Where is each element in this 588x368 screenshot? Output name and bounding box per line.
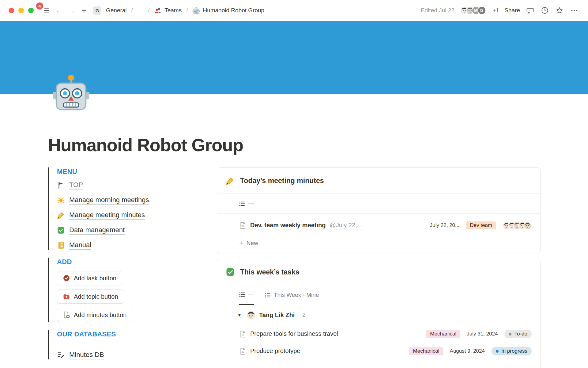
page-icon <box>239 348 246 355</box>
window-controls <box>9 8 34 13</box>
menu-link-meeting-minutes[interactable]: Manage meeting minutes <box>69 211 145 220</box>
list-view-icon <box>239 292 245 297</box>
menu-item-top: TOP <box>57 181 187 190</box>
breadcrumb-separator: / <box>186 7 188 14</box>
notification-badge: 4 <box>36 2 43 10</box>
plus-icon: + <box>239 240 243 247</box>
meeting-row: Dev. team weekly meeting @July 22, ... J… <box>226 216 532 235</box>
breadcrumb-current-page[interactable]: Humanoid Robot Group <box>191 6 266 15</box>
robot-icon <box>192 7 200 14</box>
add-section: ADD Add task button Add topic button <box>48 258 187 322</box>
attendee-avatars <box>503 221 532 230</box>
task-row: Prepare tools for business travel Mechan… <box>226 325 532 343</box>
breadcrumb-teams[interactable]: Teams <box>153 6 183 15</box>
status-dot <box>509 333 511 335</box>
tasks-view-tabs: --- This Week - Mine <box>217 285 540 305</box>
left-column: MENU TOP Manage morning meetings <box>48 167 187 367</box>
task-due-date: July 31, 2024 <box>467 331 498 337</box>
view-tab-label: --- <box>248 291 254 298</box>
close-window-button[interactable] <box>9 8 14 13</box>
menu-heading: MENU <box>57 167 187 176</box>
menu-item-data-management: Data management <box>57 226 187 235</box>
teams-people-icon <box>154 7 162 14</box>
add-heading: ADD <box>57 258 187 266</box>
page-body: Humanoid Robot Group MENU TOP <box>0 135 588 368</box>
menu-link-data-management[interactable]: Data management <box>69 226 125 235</box>
page-robot-icon[interactable] <box>52 74 90 112</box>
status-label: In progress <box>501 348 527 354</box>
forward-button[interactable]: → <box>66 4 78 17</box>
add-topic-button[interactable]: Add topic button <box>57 289 124 304</box>
assignee-group-row: ▼ Tang Lik Zhi 2 <box>217 305 540 325</box>
add-minutes-label: Add minutes button <box>74 312 126 319</box>
view-tab-all[interactable]: --- <box>239 285 254 305</box>
right-column: Today’s meeting minutes --- Dev. team we… <box>217 167 541 368</box>
zoom-window-button[interactable] <box>28 8 34 13</box>
weekly-tasks-card: This week’s tasks --- This Week - Mine ▼ <box>217 259 541 368</box>
list-view-icon <box>265 292 271 298</box>
breadcrumb-ellipsis[interactable]: … <box>136 6 145 15</box>
comments-icon[interactable] <box>526 6 535 15</box>
group-task-count: 2 <box>302 312 306 318</box>
menu-link-morning-meetings[interactable]: Manage morning meetings <box>69 196 149 205</box>
compose-icon <box>57 351 65 359</box>
meeting-minutes-card: Today’s meeting minutes --- Dev. team we… <box>217 167 541 254</box>
mechanical-tag: Mechanical <box>426 330 460 338</box>
meeting-card-title: Today’s meeting minutes <box>240 177 324 185</box>
last-edited-label: Edited Jul 22 <box>421 7 454 14</box>
red-folder-icon <box>63 293 70 300</box>
add-minutes-button[interactable]: Add minutes button <box>57 308 132 322</box>
databases-section: OUR DATABASES Minutes DB <box>48 330 187 359</box>
sun-icon <box>57 196 65 204</box>
status-label: To-do <box>514 331 527 337</box>
flag-icon <box>57 181 65 189</box>
menu-section: MENU TOP Manage morning meetings <box>48 167 187 250</box>
view-tab-this-week-mine[interactable]: This Week - Mine <box>265 285 319 305</box>
minutes-view-tabs: --- <box>217 194 540 214</box>
history-clock-icon[interactable] <box>540 6 549 15</box>
breadcrumb-page-label: Humanoid Robot Group <box>203 7 264 14</box>
green-note-icon <box>63 311 70 319</box>
tasks-card-title: This week’s tasks <box>240 268 299 276</box>
more-options-icon[interactable] <box>570 6 579 15</box>
new-meeting-row-button[interactable]: + New <box>226 235 532 251</box>
add-topic-label: Add topic button <box>74 293 118 300</box>
menu-item-meeting-minutes: Manage meeting minutes <box>57 211 187 220</box>
menu-link-manual[interactable]: Manual <box>69 241 91 250</box>
menu-item-morning-meetings: Manage morning meetings <box>57 196 187 205</box>
back-button[interactable]: ← <box>53 4 66 17</box>
divider <box>57 342 187 342</box>
share-button[interactable]: Share <box>504 7 520 14</box>
menu-link-top[interactable]: TOP <box>69 181 83 190</box>
page-title: Humanoid Robot Group <box>48 135 541 155</box>
minutes-db-link[interactable]: Minutes DB <box>69 351 104 359</box>
meeting-date: July 22, 20... <box>430 222 459 228</box>
writing-hand-icon <box>57 211 65 219</box>
status-badge-in-progress: In progress <box>492 347 532 355</box>
workspace-icon[interactable]: G <box>93 6 101 15</box>
page-icon <box>239 222 246 229</box>
breadcrumb-general[interactable]: General <box>104 6 128 15</box>
titlebar: 4 ← → + G General / … / Teams / Humanoid… <box>0 0 588 21</box>
task-title-link[interactable]: Prepare tools for business travel <box>250 330 338 338</box>
favorite-star-icon[interactable] <box>555 6 564 15</box>
add-task-button[interactable]: Add task button <box>57 271 122 285</box>
page-icon <box>239 331 246 338</box>
breadcrumb: G General / … / Teams / Humanoid Robot G… <box>93 6 266 15</box>
notebook-icon <box>57 241 65 249</box>
minimize-window-button[interactable] <box>18 8 24 13</box>
view-tab-default[interactable]: --- <box>239 194 254 213</box>
collaborator-avatars[interactable]: M D <box>460 6 486 15</box>
avatar-overflow-count[interactable]: +1 <box>493 7 499 14</box>
task-title-link[interactable]: Produce prototype <box>250 347 300 355</box>
meeting-title-link[interactable]: Dev. team weekly meeting <box>250 222 326 229</box>
mechanical-tag: Mechanical <box>409 347 443 355</box>
check-mark-icon <box>57 226 65 234</box>
status-dot <box>496 350 499 353</box>
task-check-icon <box>63 274 70 282</box>
date-mention[interactable]: @July 22, ... <box>330 222 364 229</box>
new-tab-button[interactable]: + <box>78 4 90 17</box>
collapse-toggle-icon[interactable]: ▼ <box>237 312 243 317</box>
breadcrumb-separator: / <box>131 7 133 14</box>
breadcrumb-teams-label: Teams <box>164 7 182 14</box>
